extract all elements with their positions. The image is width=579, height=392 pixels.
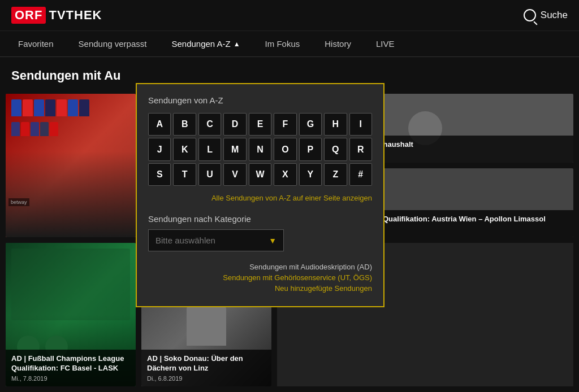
- sendungen-az-dropdown: Sendungen von A-Z ABCDEFGHIJKLMNOPQRSTUV…: [136, 83, 384, 307]
- letter-btn-t[interactable]: T: [173, 163, 196, 186]
- az-section-title: Sendungen von A-Z: [148, 95, 372, 105]
- search-icon: [524, 9, 536, 21]
- letter-btn-l[interactable]: L: [198, 138, 221, 160]
- card-bottom-left[interactable]: AD | Fußball Champions League Qualifikat…: [6, 243, 136, 386]
- letter-btn-k[interactable]: K: [173, 138, 196, 160]
- nav-item-sendung-verpasst[interactable]: Sendung verpasst: [66, 31, 159, 57]
- letter-btn-m[interactable]: M: [223, 138, 246, 160]
- gehörlosenservice-link[interactable]: Sendungen mit Gehörlosenservice (UT, ÖGS…: [148, 273, 372, 282]
- letter-btn-#[interactable]: #: [349, 163, 372, 186]
- letter-btn-r[interactable]: R: [349, 138, 372, 160]
- letter-btn-w[interactable]: W: [249, 163, 271, 186]
- chevron-up-icon: ▲: [234, 40, 240, 48]
- bottom-static-text: Sendungen mit Audiodeskription (AD): [148, 263, 372, 271]
- category-placeholder: Bitte auswählen: [155, 236, 215, 245]
- letter-btn-e[interactable]: E: [249, 113, 271, 136]
- card-bottom-center-title: AD | Soko Donau: Über den Dächern von Li…: [147, 354, 266, 373]
- letter-btn-n[interactable]: N: [249, 138, 271, 160]
- logo-tvthek: TVTHEK: [49, 8, 102, 23]
- logo: ORF TVTHEK: [11, 7, 102, 24]
- nav-item-live[interactable]: LIVE: [364, 31, 407, 57]
- nav-item-history[interactable]: History: [312, 31, 364, 57]
- letter-btn-z[interactable]: Z: [324, 163, 347, 186]
- letter-btn-b[interactable]: B: [173, 113, 196, 136]
- header: ORF TVTHEK Suche: [0, 0, 579, 31]
- show-all-link[interactable]: Alle Sendungen von A-Z auf einer Seite a…: [211, 194, 372, 202]
- letter-btn-u[interactable]: U: [198, 163, 221, 186]
- card-bottom-left-title: AD | Fußball Champions League Qualifikat…: [11, 354, 130, 373]
- search-label: Suche: [541, 10, 568, 21]
- card-1[interactable]: betway: [6, 94, 136, 237]
- show-all-link-container: Alle Sendungen von A-Z auf einer Seite a…: [148, 193, 372, 203]
- letter-btn-h[interactable]: H: [324, 113, 347, 136]
- search-button[interactable]: Suche: [524, 9, 568, 21]
- letter-btn-d[interactable]: D: [223, 113, 246, 136]
- card-bottom-center-date: Di., 6.8.2019: [147, 375, 266, 382]
- letter-btn-o[interactable]: O: [274, 138, 296, 160]
- letter-btn-x[interactable]: X: [274, 163, 296, 186]
- neu-hinzugefügte-link[interactable]: Neu hinzugefügte Sendungen: [148, 284, 372, 293]
- letter-btn-f[interactable]: F: [274, 113, 296, 136]
- logo-orf: ORF: [11, 7, 46, 24]
- nav-item-favoriten[interactable]: Favoriten: [6, 31, 66, 57]
- letter-btn-j[interactable]: J: [148, 138, 171, 160]
- main-content: Sendungen mit Au: [0, 57, 579, 392]
- letter-btn-q[interactable]: Q: [324, 138, 347, 160]
- category-select[interactable]: Bitte auswählen ▼: [148, 229, 284, 251]
- letter-btn-a[interactable]: A: [148, 113, 171, 136]
- bottom-links: Sendungen mit Audiodeskription (AD) Send…: [148, 263, 372, 293]
- chevron-down-icon: ▼: [269, 236, 276, 245]
- letter-btn-v[interactable]: V: [223, 163, 246, 186]
- letter-btn-g[interactable]: G: [299, 113, 322, 136]
- main-nav: Favoriten Sendung verpasst Sendungen A-Z…: [0, 31, 579, 57]
- letter-btn-p[interactable]: P: [299, 138, 322, 160]
- letter-btn-c[interactable]: C: [198, 113, 221, 136]
- nav-item-im-fokus[interactable]: Im Fokus: [253, 31, 313, 57]
- letter-btn-i[interactable]: I: [349, 113, 372, 136]
- letter-btn-s[interactable]: S: [148, 163, 171, 186]
- page-title: Sendungen mit Au: [11, 68, 121, 83]
- letter-grid: ABCDEFGHIJKLMNOPQRSTUVWXYZ#: [148, 113, 372, 186]
- nav-item-sendungen-az[interactable]: Sendungen A-Z ▲: [159, 31, 252, 57]
- category-section-title: Sendungen nach Kategorie: [148, 214, 372, 224]
- card-bottom-left-date: Mi., 7.8.2019: [11, 375, 130, 382]
- letter-btn-y[interactable]: Y: [299, 163, 322, 186]
